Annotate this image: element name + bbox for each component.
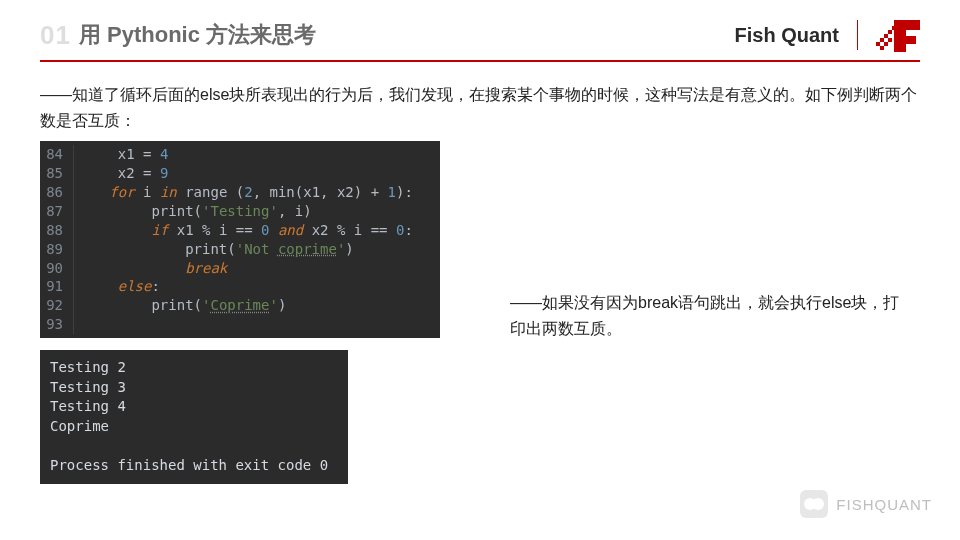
svg-rect-3 (880, 46, 884, 50)
line-number: 92 (40, 296, 74, 315)
code-content: break (74, 259, 227, 278)
side-note: ——如果没有因为break语句跳出，就会执行else块，打印出两数互质。 (510, 290, 910, 341)
line-number: 84 (40, 145, 74, 164)
code-line: 88 if x1 % i == 0 and x2 % i == 0: (40, 221, 440, 240)
code-line: 93 (40, 315, 440, 334)
code-line: 84 x1 = 4 (40, 145, 440, 164)
svg-rect-2 (884, 34, 888, 38)
code-content: print('Not coprime') (74, 240, 354, 259)
line-number: 93 (40, 315, 74, 334)
code-content: x2 = 9 (74, 164, 168, 183)
code-line: 89 print('Not coprime') (40, 240, 440, 259)
brand-name: Fish Quant (735, 24, 839, 47)
code-content: for i in range (2, min(x1, x2) + 1): (74, 183, 413, 202)
code-content (74, 315, 92, 334)
code-content: x1 = 4 (74, 145, 168, 164)
code-line: 90 break (40, 259, 440, 278)
brand-logo-icon (876, 18, 920, 52)
console-output: Testing 2 Testing 3 Testing 4 Coprime Pr… (40, 350, 348, 484)
code-line: 86 for i in range (2, min(x1, x2) + 1): (40, 183, 440, 202)
brand-divider (857, 20, 858, 50)
chapter-number: 01 (40, 20, 71, 51)
svg-rect-5 (888, 38, 892, 42)
header-rule (40, 60, 920, 62)
code-line: 85 x2 = 9 (40, 164, 440, 183)
svg-rect-6 (888, 30, 892, 34)
line-number: 89 (40, 240, 74, 259)
line-number: 86 (40, 183, 74, 202)
wechat-icon (800, 490, 828, 518)
svg-rect-4 (884, 42, 888, 46)
line-number: 88 (40, 221, 74, 240)
line-number: 87 (40, 202, 74, 221)
code-content: else: (74, 277, 160, 296)
brand-area: Fish Quant (735, 18, 920, 52)
code-line: 92 print('Coprime') (40, 296, 440, 315)
code-editor-block: 84 x1 = 485 x2 = 986 for i in range (2, … (40, 141, 440, 338)
code-content: print('Coprime') (74, 296, 286, 315)
watermark: FISHQUANT (800, 490, 932, 518)
code-content: print('Testing', i) (74, 202, 312, 221)
paragraph-intro: ——知道了循环后面的else块所表现出的行为后，我们发现，在搜索某个事物的时候，… (40, 82, 920, 133)
watermark-text: FISHQUANT (836, 496, 932, 513)
code-line: 91 else: (40, 277, 440, 296)
chapter-title: 用 Pythonic 方法来思考 (79, 20, 316, 50)
svg-rect-0 (876, 42, 880, 46)
line-number: 90 (40, 259, 74, 278)
code-line: 87 print('Testing', i) (40, 202, 440, 221)
line-number: 91 (40, 277, 74, 296)
code-content: if x1 % i == 0 and x2 % i == 0: (74, 221, 413, 240)
svg-rect-1 (880, 38, 884, 42)
line-number: 85 (40, 164, 74, 183)
slide-header: 01 用 Pythonic 方法来思考 Fish Quant (0, 0, 960, 60)
